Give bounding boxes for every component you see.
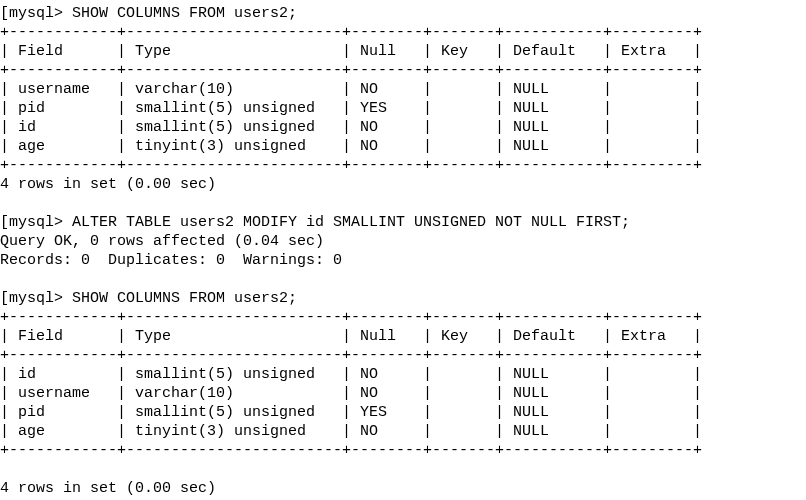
table1-sep-mid: +------------+------------------------+-…: [0, 62, 702, 79]
rows-summary-2: 4 rows in set (0.00 sec): [0, 480, 216, 497]
table2-row-1: | username | varchar(10) | NO | | NULL |…: [0, 385, 702, 402]
table2-sep-top: +------------+------------------------+-…: [0, 309, 702, 326]
table2-row-0: | id | smallint(5) unsigned | NO | | NUL…: [0, 366, 702, 383]
cmd-alter: ALTER TABLE users2 MODIFY id SMALLINT UN…: [72, 214, 630, 231]
table1-sep-top: +------------+------------------------+-…: [0, 24, 702, 41]
table1-row-3: | age | tinyint(3) unsigned | NO | | NUL…: [0, 138, 702, 155]
table2-sep-bot: +------------+------------------------+-…: [0, 442, 702, 459]
table1-sep-bot: +------------+------------------------+-…: [0, 157, 702, 174]
prompt-line-1: [mysql> SHOW COLUMNS FROM users2;: [0, 5, 297, 22]
cmd-show-1: SHOW COLUMNS FROM users2;: [72, 5, 297, 22]
prompt-line-3: [mysql> SHOW COLUMNS FROM users2;: [0, 290, 297, 307]
table2-row-3: | age | tinyint(3) unsigned | NO | | NUL…: [0, 423, 702, 440]
table2-sep-mid: +------------+------------------------+-…: [0, 347, 702, 364]
cmd-show-2: SHOW COLUMNS FROM users2;: [72, 290, 297, 307]
alter-result-1: Query OK, 0 rows affected (0.04 sec): [0, 233, 324, 250]
table1-header: | Field | Type | Null | Key | Default | …: [0, 43, 702, 60]
rows-summary-1: 4 rows in set (0.00 sec): [0, 176, 216, 193]
table2-header: | Field | Type | Null | Key | Default | …: [0, 328, 702, 345]
table1-row-1: | pid | smallint(5) unsigned | YES | | N…: [0, 100, 702, 117]
table2-row-2: | pid | smallint(5) unsigned | YES | | N…: [0, 404, 702, 421]
mysql-terminal: [mysql> SHOW COLUMNS FROM users2; +-----…: [0, 0, 806, 498]
table1-row-2: | id | smallint(5) unsigned | NO | | NUL…: [0, 119, 702, 136]
alter-result-2: Records: 0 Duplicates: 0 Warnings: 0: [0, 252, 342, 269]
prompt-line-2: [mysql> ALTER TABLE users2 MODIFY id SMA…: [0, 214, 630, 231]
table1-row-0: | username | varchar(10) | NO | | NULL |…: [0, 81, 702, 98]
